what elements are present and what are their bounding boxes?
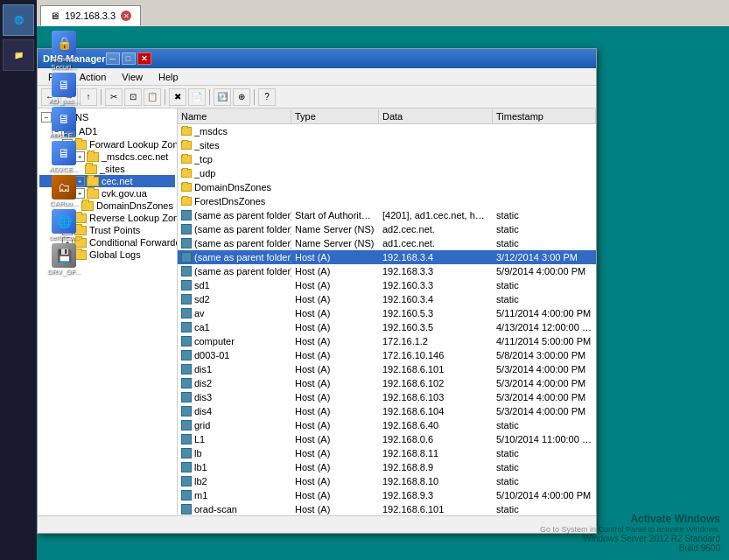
list-row[interactable]: _msdcs bbox=[178, 124, 596, 138]
folder-icon-msdcs bbox=[87, 152, 99, 162]
cell-name: dis2 bbox=[178, 377, 291, 389]
list-row[interactable]: DomainDnsZones bbox=[178, 180, 596, 194]
paste-button[interactable]: 📋 bbox=[144, 88, 161, 106]
cell-data bbox=[379, 200, 493, 202]
cell-type bbox=[291, 172, 379, 174]
tab-close-button[interactable]: ✕ bbox=[121, 10, 131, 21]
tab-bar: 🖥 192.168.3.3 ✕ bbox=[37, 0, 729, 26]
list-row[interactable]: _tcp bbox=[178, 152, 596, 166]
taskbar-icon-ie[interactable]: 🌐 bbox=[3, 4, 34, 36]
desktop-icon-4[interactable]: 🗂 CARoo... bbox=[44, 175, 84, 207]
cell-type: Host (A) bbox=[291, 475, 379, 487]
tab-dns[interactable]: 🖥 192.168.3.3 ✕ bbox=[40, 5, 141, 26]
cell-data: 192.160.3.5 bbox=[379, 321, 493, 333]
list-row[interactable]: ForestDnsZones bbox=[178, 194, 596, 208]
list-row[interactable]: (same as parent folder) Host (A) 192.168… bbox=[178, 264, 596, 278]
record-icon bbox=[181, 210, 192, 220]
desktop-icon-4-label: CARoo... bbox=[50, 200, 78, 207]
desktop-icon-2[interactable]: 🖥 AD1CE... bbox=[44, 107, 84, 139]
col-header-type[interactable]: Type bbox=[291, 109, 379, 123]
refresh-button[interactable]: 🔃 bbox=[214, 88, 231, 106]
list-row[interactable]: _udp bbox=[178, 166, 596, 180]
delete-button[interactable]: ✖ bbox=[169, 88, 186, 106]
minimize-button[interactable]: ─ bbox=[106, 52, 120, 65]
cell-data: ad2.cec.net. bbox=[379, 223, 493, 235]
tree-label-cf: Conditional Forwarders bbox=[89, 237, 178, 248]
list-row[interactable]: dis4 Host (A) 192.168.6.104 5/3/2014 4:0… bbox=[178, 404, 596, 418]
record-icon bbox=[181, 434, 192, 444]
desktop-icon-0[interactable]: 🔒 Gener...Securi... bbox=[44, 31, 84, 71]
desktop-icon-5[interactable]: 🌐 certifica... bbox=[44, 209, 84, 242]
copy-button[interactable]: ⊡ bbox=[124, 88, 142, 106]
list-row[interactable]: computer Host (A) 172.16.1.2 4/11/2014 5… bbox=[178, 334, 596, 348]
col-header-name[interactable]: Name bbox=[178, 109, 291, 123]
cell-data: 192.168.6.104 bbox=[379, 405, 493, 417]
watermark-line3: Windows Server 2012 R2 Standard bbox=[540, 534, 720, 543]
cell-type: Host (A) bbox=[291, 251, 379, 263]
list-row[interactable]: m1 Host (A) 192.168.9.3 5/10/2014 4:00:0… bbox=[178, 488, 596, 502]
list-row[interactable]: (same as parent folder) Start of Authori… bbox=[178, 208, 596, 222]
cell-timestamp: static bbox=[493, 223, 596, 235]
list-row[interactable]: lb Host (A) 192.168.8.11 static bbox=[178, 446, 596, 460]
desktop-icon-1[interactable]: 🖥 AD_pas... bbox=[44, 73, 84, 105]
list-row[interactable]: lb1 Host (A) 192.168.8.9 static bbox=[178, 460, 596, 474]
cell-type: Name Server (NS) bbox=[291, 223, 379, 235]
menu-view[interactable]: View bbox=[115, 70, 150, 84]
list-row[interactable]: sd2 Host (A) 192.160.3.4 static bbox=[178, 292, 596, 306]
properties-button[interactable]: 📄 bbox=[188, 88, 206, 106]
record-icon bbox=[181, 364, 192, 374]
cell-data: 192.168.6.101 bbox=[379, 503, 493, 515]
list-row[interactable]: L1 Host (A) 192.168.0.6 5/10/2014 11:00:… bbox=[178, 432, 596, 446]
record-icon bbox=[181, 448, 192, 458]
cell-name: ca1 bbox=[178, 321, 291, 333]
cell-data bbox=[379, 186, 493, 188]
cell-timestamp bbox=[493, 144, 596, 146]
cell-name: (same as parent folder) bbox=[178, 237, 291, 249]
cell-type: Host (A) bbox=[291, 405, 379, 417]
list-row[interactable]: _sites bbox=[178, 138, 596, 152]
cell-type bbox=[291, 186, 379, 188]
desktop-icon-5-label: certifica... bbox=[49, 234, 79, 242]
list-row[interactable]: sd1 Host (A) 192.160.3.3 static bbox=[178, 278, 596, 292]
record-icon bbox=[181, 406, 192, 416]
cell-data: [4201], ad1.cec.net, host... bbox=[379, 209, 493, 221]
col-header-data[interactable]: Data bbox=[379, 109, 493, 123]
list-row[interactable]: d003-01 Host (A) 172.16.10.146 5/8/2014 … bbox=[178, 348, 596, 362]
cell-type bbox=[291, 158, 379, 160]
tab-label: 192.168.3.3 bbox=[65, 10, 116, 21]
cell-data: 192.168.6.101 bbox=[379, 363, 493, 375]
desktop-icon-3[interactable]: 🖥 AD2CE... bbox=[44, 141, 84, 173]
list-row[interactable]: dis3 Host (A) 192.168.6.103 5/3/2014 4:0… bbox=[178, 390, 596, 404]
cell-timestamp: static bbox=[493, 279, 596, 291]
cut-button[interactable]: ✂ bbox=[105, 88, 123, 106]
menu-help[interactable]: Help bbox=[151, 70, 186, 84]
cell-data bbox=[379, 130, 493, 132]
list-row[interactable]: ca1 Host (A) 192.160.3.5 4/13/2014 12:00… bbox=[178, 320, 596, 334]
close-button[interactable]: ✕ bbox=[137, 52, 151, 65]
cell-timestamp: 5/10/2014 4:00:00 PM bbox=[493, 489, 596, 501]
tree-label-flz: Forward Lookup Zones bbox=[89, 139, 178, 150]
taskbar-left: 🌐 📁 bbox=[0, 0, 37, 560]
cell-name: ForestDnsZones bbox=[178, 195, 291, 207]
cell-timestamp: static bbox=[493, 209, 596, 221]
list-row[interactable]: grid Host (A) 192.168.6.40 static bbox=[178, 418, 596, 432]
list-row[interactable]: (same as parent folder) Host (A) 192.168… bbox=[178, 250, 596, 264]
help-button[interactable]: ? bbox=[258, 88, 276, 106]
record-icon bbox=[181, 462, 192, 472]
list-row[interactable]: orad-scan Host (A) 192.168.6.101 static bbox=[178, 502, 596, 515]
list-row[interactable]: dis2 Host (A) 192.168.6.102 5/3/2014 4:0… bbox=[178, 376, 596, 390]
cell-timestamp: static bbox=[493, 447, 596, 459]
new-button[interactable]: ⊕ bbox=[233, 88, 250, 106]
list-row[interactable]: lb2 Host (A) 192.168.8.10 static bbox=[178, 474, 596, 488]
maximize-button[interactable]: □ bbox=[122, 52, 136, 65]
cell-type bbox=[291, 144, 379, 146]
list-row[interactable]: av Host (A) 192.160.5.3 5/11/2014 4:00:0… bbox=[178, 306, 596, 320]
taskbar-icon-folder[interactable]: 📁 bbox=[3, 39, 34, 71]
list-row[interactable]: (same as parent folder) Name Server (NS)… bbox=[178, 222, 596, 236]
list-header: Name Type Data Timestamp bbox=[178, 108, 596, 124]
list-row[interactable]: dis1 Host (A) 192.168.6.101 5/3/2014 4:0… bbox=[178, 362, 596, 376]
desktop-icon-6[interactable]: 💾 DRV_GF... bbox=[44, 243, 84, 276]
list-row[interactable]: (same as parent folder) Name Server (NS)… bbox=[178, 236, 596, 250]
cell-timestamp: 5/3/2014 4:00:00 PM bbox=[493, 377, 596, 389]
col-header-timestamp[interactable]: Timestamp bbox=[493, 109, 596, 123]
